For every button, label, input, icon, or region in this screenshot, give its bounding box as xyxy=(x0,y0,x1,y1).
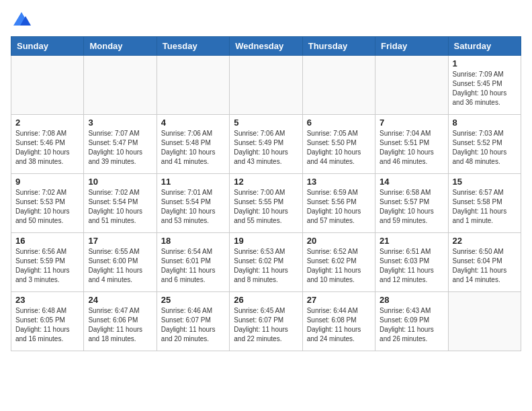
calendar-cell: 14Sunrise: 6:58 AM Sunset: 5:57 PM Dayli… xyxy=(375,174,448,233)
day-number: 8 xyxy=(453,118,517,128)
day-info: Sunrise: 6:44 AM Sunset: 6:08 PM Dayligh… xyxy=(307,306,371,344)
calendar-cell: 24Sunrise: 6:47 AM Sunset: 6:06 PM Dayli… xyxy=(84,292,157,351)
day-number: 5 xyxy=(234,118,298,128)
calendar-cell: 22Sunrise: 6:50 AM Sunset: 6:04 PM Dayli… xyxy=(448,233,521,292)
calendar-cell: 12Sunrise: 7:00 AM Sunset: 5:55 PM Dayli… xyxy=(230,174,302,233)
calendar-cell: 4Sunrise: 7:06 AM Sunset: 5:48 PM Daylig… xyxy=(157,115,229,174)
day-info: Sunrise: 6:47 AM Sunset: 6:06 PM Dayligh… xyxy=(88,306,152,344)
calendar-cell: 13Sunrise: 6:59 AM Sunset: 5:56 PM Dayli… xyxy=(302,174,375,233)
weekday-header-monday: Monday xyxy=(84,37,157,56)
calendar-cell: 8Sunrise: 7:03 AM Sunset: 5:52 PM Daylig… xyxy=(448,115,521,174)
day-number: 17 xyxy=(88,236,152,246)
calendar-cell xyxy=(448,292,521,351)
weekday-header-wednesday: Wednesday xyxy=(230,37,302,56)
day-number: 14 xyxy=(380,177,443,187)
day-number: 2 xyxy=(15,118,79,128)
calendar-cell: 20Sunrise: 6:52 AM Sunset: 6:02 PM Dayli… xyxy=(302,233,375,292)
calendar-cell: 25Sunrise: 6:46 AM Sunset: 6:07 PM Dayli… xyxy=(157,292,229,351)
weekday-header-row: SundayMondayTuesdayWednesdayThursdayFrid… xyxy=(11,37,521,56)
day-number: 23 xyxy=(15,295,79,305)
day-number: 1 xyxy=(453,58,517,68)
day-info: Sunrise: 7:06 AM Sunset: 5:49 PM Dayligh… xyxy=(234,129,298,167)
day-number: 25 xyxy=(161,295,225,305)
day-info: Sunrise: 6:53 AM Sunset: 6:02 PM Dayligh… xyxy=(234,247,298,285)
day-number: 4 xyxy=(161,118,225,128)
calendar-cell: 11Sunrise: 7:01 AM Sunset: 5:54 PM Dayli… xyxy=(157,174,229,233)
calendar-cell: 28Sunrise: 6:43 AM Sunset: 6:09 PM Dayli… xyxy=(375,292,448,351)
day-info: Sunrise: 7:09 AM Sunset: 5:45 PM Dayligh… xyxy=(453,70,517,107)
weekday-header-sunday: Sunday xyxy=(11,37,84,56)
calendar-body: 1Sunrise: 7:09 AM Sunset: 5:45 PM Daylig… xyxy=(11,56,521,351)
day-number: 10 xyxy=(88,177,152,187)
calendar-cell xyxy=(157,56,229,115)
calendar-cell xyxy=(302,56,375,115)
calendar-cell: 1Sunrise: 7:09 AM Sunset: 5:45 PM Daylig… xyxy=(448,56,521,115)
day-info: Sunrise: 6:48 AM Sunset: 6:05 PM Dayligh… xyxy=(15,306,79,344)
day-number: 22 xyxy=(453,236,517,246)
day-info: Sunrise: 6:50 AM Sunset: 6:04 PM Dayligh… xyxy=(453,247,517,285)
day-info: Sunrise: 6:45 AM Sunset: 6:07 PM Dayligh… xyxy=(234,306,298,344)
calendar-cell xyxy=(230,56,302,115)
calendar-cell xyxy=(84,56,157,115)
day-number: 3 xyxy=(88,118,152,128)
logo-icon xyxy=(12,11,31,30)
calendar-cell: 18Sunrise: 6:54 AM Sunset: 6:01 PM Dayli… xyxy=(157,233,229,292)
day-info: Sunrise: 7:07 AM Sunset: 5:47 PM Dayligh… xyxy=(88,129,152,167)
calendar-cell xyxy=(375,56,448,115)
week-row-4: 16Sunrise: 6:56 AM Sunset: 5:59 PM Dayli… xyxy=(11,233,521,292)
day-number: 6 xyxy=(307,118,371,128)
day-number: 19 xyxy=(234,236,298,246)
weekday-header-saturday: Saturday xyxy=(448,37,521,56)
day-number: 12 xyxy=(234,177,298,187)
week-row-3: 9Sunrise: 7:02 AM Sunset: 5:53 PM Daylig… xyxy=(11,174,521,233)
day-info: Sunrise: 7:08 AM Sunset: 5:46 PM Dayligh… xyxy=(15,129,79,167)
day-info: Sunrise: 7:00 AM Sunset: 5:55 PM Dayligh… xyxy=(234,188,298,226)
weekday-header-thursday: Thursday xyxy=(302,37,375,56)
day-number: 9 xyxy=(15,177,79,187)
calendar-cell: 3Sunrise: 7:07 AM Sunset: 5:47 PM Daylig… xyxy=(84,115,157,174)
calendar-cell: 23Sunrise: 6:48 AM Sunset: 6:05 PM Dayli… xyxy=(11,292,84,351)
day-info: Sunrise: 7:03 AM Sunset: 5:52 PM Dayligh… xyxy=(453,129,517,167)
day-info: Sunrise: 7:06 AM Sunset: 5:48 PM Dayligh… xyxy=(161,129,225,167)
day-number: 28 xyxy=(380,295,443,305)
week-row-2: 2Sunrise: 7:08 AM Sunset: 5:46 PM Daylig… xyxy=(11,115,521,174)
day-info: Sunrise: 7:02 AM Sunset: 5:54 PM Dayligh… xyxy=(88,188,152,226)
calendar-cell: 26Sunrise: 6:45 AM Sunset: 6:07 PM Dayli… xyxy=(230,292,302,351)
day-info: Sunrise: 6:52 AM Sunset: 6:02 PM Dayligh… xyxy=(307,247,371,285)
page-header xyxy=(11,11,521,30)
calendar-cell: 6Sunrise: 7:05 AM Sunset: 5:50 PM Daylig… xyxy=(302,115,375,174)
day-info: Sunrise: 6:58 AM Sunset: 5:57 PM Dayligh… xyxy=(380,188,443,226)
day-info: Sunrise: 6:59 AM Sunset: 5:56 PM Dayligh… xyxy=(307,188,371,226)
day-number: 18 xyxy=(161,236,225,246)
day-number: 26 xyxy=(234,295,298,305)
day-info: Sunrise: 6:43 AM Sunset: 6:09 PM Dayligh… xyxy=(380,306,443,344)
day-info: Sunrise: 6:51 AM Sunset: 6:03 PM Dayligh… xyxy=(380,247,443,285)
calendar-cell: 19Sunrise: 6:53 AM Sunset: 6:02 PM Dayli… xyxy=(230,233,302,292)
day-info: Sunrise: 6:46 AM Sunset: 6:07 PM Dayligh… xyxy=(161,306,225,344)
day-info: Sunrise: 7:04 AM Sunset: 5:51 PM Dayligh… xyxy=(380,129,443,167)
calendar-table: SundayMondayTuesdayWednesdayThursdayFrid… xyxy=(11,36,521,351)
calendar-cell: 10Sunrise: 7:02 AM Sunset: 5:54 PM Dayli… xyxy=(84,174,157,233)
calendar-cell: 5Sunrise: 7:06 AM Sunset: 5:49 PM Daylig… xyxy=(230,115,302,174)
calendar-cell: 27Sunrise: 6:44 AM Sunset: 6:08 PM Dayli… xyxy=(302,292,375,351)
day-number: 11 xyxy=(161,177,225,187)
day-number: 15 xyxy=(453,177,517,187)
day-number: 20 xyxy=(307,236,371,246)
day-number: 21 xyxy=(380,236,443,246)
day-info: Sunrise: 7:02 AM Sunset: 5:53 PM Dayligh… xyxy=(15,188,79,226)
day-number: 24 xyxy=(88,295,152,305)
calendar-cell: 21Sunrise: 6:51 AM Sunset: 6:03 PM Dayli… xyxy=(375,233,448,292)
weekday-header-tuesday: Tuesday xyxy=(157,37,229,56)
calendar-cell: 2Sunrise: 7:08 AM Sunset: 5:46 PM Daylig… xyxy=(11,115,84,174)
day-number: 16 xyxy=(15,236,79,246)
day-number: 13 xyxy=(307,177,371,187)
calendar-cell xyxy=(11,56,84,115)
day-info: Sunrise: 7:05 AM Sunset: 5:50 PM Dayligh… xyxy=(307,129,371,167)
day-info: Sunrise: 6:56 AM Sunset: 5:59 PM Dayligh… xyxy=(15,247,79,285)
calendar-cell: 7Sunrise: 7:04 AM Sunset: 5:51 PM Daylig… xyxy=(375,115,448,174)
calendar-cell: 16Sunrise: 6:56 AM Sunset: 5:59 PM Dayli… xyxy=(11,233,84,292)
day-info: Sunrise: 6:54 AM Sunset: 6:01 PM Dayligh… xyxy=(161,247,225,285)
calendar-cell: 15Sunrise: 6:57 AM Sunset: 5:58 PM Dayli… xyxy=(448,174,521,233)
logo xyxy=(11,11,31,30)
day-info: Sunrise: 6:55 AM Sunset: 6:00 PM Dayligh… xyxy=(88,247,152,285)
